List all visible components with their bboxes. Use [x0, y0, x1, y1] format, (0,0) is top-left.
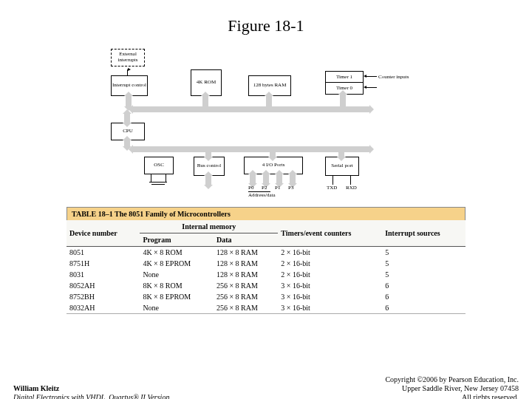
table-row: 8752BH8K × 8 EPROM256 × 8 RAM3 × 16-bit6 — [66, 291, 466, 302]
col-interrupts: Interrupt sources — [382, 220, 466, 247]
table-cell: 8032AH — [66, 302, 140, 313]
intctrl-bus-drop — [126, 96, 132, 106]
cpu-bus-drop — [124, 114, 130, 123]
busctrl-drop — [205, 151, 211, 157]
table-cell: 8752BH — [66, 291, 140, 302]
author-name: William Kleitz — [13, 384, 169, 393]
table-cell: 6 — [382, 291, 466, 302]
ram-bus-drop — [266, 96, 272, 106]
book-title: Digital Electronics with VHDL, Quartus® … — [13, 393, 169, 399]
table-row: 8751H4K × 8 EPROM128 × 8 RAM2 × 16-bit5 — [66, 258, 466, 269]
table-cell: 5 — [382, 269, 466, 280]
col-group-internal-memory: Internal memory — [140, 220, 278, 233]
table-cell: 8K × 8 ROM — [140, 280, 214, 291]
table-cell: 8051 — [66, 247, 140, 259]
col-timers: Timers/event counters — [278, 220, 382, 247]
table-title: TABLE 18–1 The 8051 Family of Microcontr… — [66, 207, 466, 220]
table-row: 80514K × 8 ROM128 × 8 RAM2 × 16-bit5 — [66, 247, 466, 259]
table-18-1: TABLE 18–1 The 8051 Family of Microcontr… — [66, 207, 466, 314]
serial-drop — [338, 151, 344, 157]
table-cell: 4K × 8 ROM — [140, 247, 214, 259]
table-cell: 3 × 16-bit — [278, 302, 382, 313]
table-row: 8032AHNone256 × 8 RAM3 × 16-bit6 — [66, 302, 466, 313]
table-cell: 8751H — [66, 258, 140, 269]
p3-arrow — [290, 174, 296, 183]
table-cell: 128 × 8 RAM — [214, 247, 278, 259]
p1-label: P1 — [275, 185, 280, 191]
address-data-label: Address/data — [248, 192, 276, 198]
main-bus — [133, 106, 369, 112]
rxd-label: RXD — [346, 185, 357, 191]
table-cell: None — [140, 269, 214, 280]
table-cell: 2 × 16-bit — [278, 258, 382, 269]
copyright-line: Copyright ©2006 by Pearson Education, In… — [385, 375, 519, 384]
table-cell: 128 × 8 RAM — [214, 258, 278, 269]
cpu-lower-drop — [124, 140, 130, 146]
microcontroller-table: Device number Internal memory Timers/eve… — [66, 220, 466, 313]
table-cell: 256 × 8 RAM — [214, 302, 278, 313]
table-row: 8031None128 × 8 RAM2 × 16-bit5 — [66, 269, 466, 280]
rom-bus-drop — [202, 96, 208, 106]
osc-box: OSC — [144, 157, 174, 174]
p2-label: P2 — [262, 185, 267, 191]
table-cell: 5 — [382, 258, 466, 269]
table-cell: 3 × 16-bit — [278, 291, 382, 302]
table-cell: 256 × 8 RAM — [214, 280, 278, 291]
table-cell: 2 × 16-bit — [278, 247, 382, 259]
table-cell: 8031 — [66, 269, 140, 280]
figure-title: Figure 18-1 — [0, 16, 532, 35]
table-cell: 256 × 8 RAM — [214, 291, 278, 302]
table-cell: None — [140, 302, 214, 313]
footer-right: Copyright ©2006 by Pearson Education, In… — [385, 375, 519, 399]
table-cell: 6 — [382, 302, 466, 313]
counter-inputs-label: Counter inputs — [378, 74, 415, 80]
col-program: Program — [140, 233, 214, 247]
address-line: Upper Saddle River, New Jersey 07458 — [385, 384, 519, 393]
p2-arrow — [263, 174, 269, 183]
table-cell: 4K × 8 EPROM — [140, 258, 214, 269]
rights-line: All rights reserved. — [385, 393, 519, 399]
p3-label: P3 — [288, 185, 293, 191]
table-cell: 128 × 8 RAM — [214, 269, 278, 280]
timer-bus-drop — [340, 95, 346, 106]
table-row: 8052AH8K × 8 ROM256 × 8 RAM3 × 16-bit6 — [66, 280, 466, 291]
table-cell: 2 × 16-bit — [278, 269, 382, 280]
p1-arrow — [276, 174, 282, 183]
table-cell: 8K × 8 EPROM — [140, 291, 214, 302]
p0-arrow — [250, 174, 256, 183]
txd-label: TXD — [327, 185, 337, 191]
table-cell: 5 — [382, 247, 466, 259]
table-cell: 6 — [382, 280, 466, 291]
busctrl-out — [205, 176, 211, 185]
table-cell: 8052AH — [66, 280, 140, 291]
external-interrupts-box: External interrupts — [111, 49, 145, 66]
p0-label: P0 — [248, 185, 253, 191]
footer-left: William Kleitz Digital Electronics with … — [13, 384, 169, 399]
block-diagram: External interrupts Interrupt control 4K… — [103, 49, 429, 189]
lower-bus — [133, 146, 369, 152]
col-data: Data — [214, 233, 278, 247]
col-device: Device number — [66, 220, 140, 247]
ioports-drop — [270, 151, 276, 157]
table-cell: 3 × 16-bit — [278, 280, 382, 291]
